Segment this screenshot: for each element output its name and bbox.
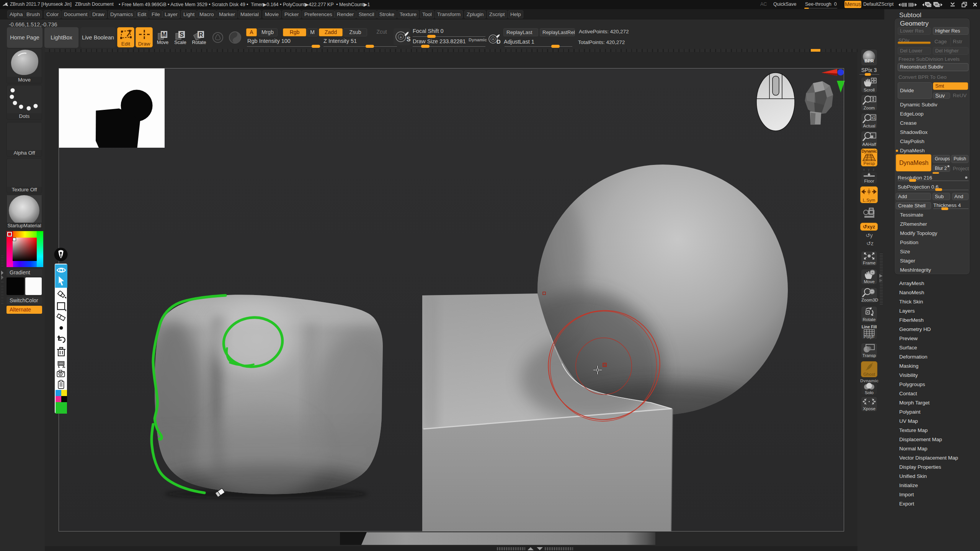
svg-text:S: S: [180, 31, 184, 38]
svg-text:S: S: [407, 36, 410, 42]
svg-text:+: +: [492, 37, 494, 41]
svg-text:+: +: [400, 35, 402, 39]
svg-text:M: M: [162, 31, 167, 38]
svg-text:x1: x1: [871, 116, 875, 120]
svg-text:R: R: [199, 31, 203, 38]
svg-text:D: D: [497, 38, 500, 45]
